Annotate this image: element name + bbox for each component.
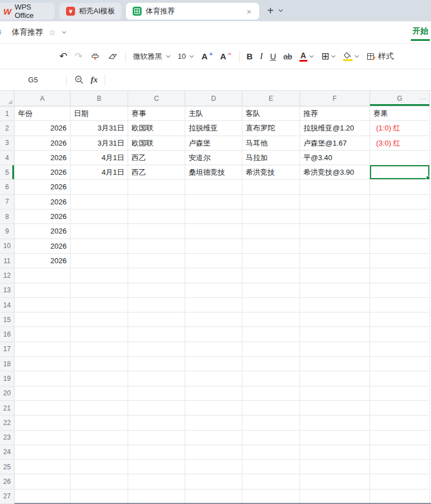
cell-A5[interactable]: 2026	[15, 165, 71, 180]
cell-A7[interactable]: 2026	[15, 195, 71, 209]
cell-A12[interactable]	[15, 268, 71, 283]
cell-E20[interactable]	[242, 386, 300, 401]
cell-A6[interactable]: 2026	[15, 180, 71, 194]
cell-C24[interactable]	[128, 445, 185, 460]
cell-G2[interactable]: (1:0) 红	[370, 121, 430, 136]
column-header-C[interactable]: C	[128, 91, 185, 106]
row-header-15[interactable]: 15	[0, 312, 15, 327]
cell-B18[interactable]	[71, 357, 128, 371]
cell-E26[interactable]	[242, 474, 300, 489]
cell-G6[interactable]	[370, 180, 430, 194]
cell-F3[interactable]: 卢森堡@1.67	[300, 136, 370, 151]
cell-F26[interactable]	[300, 474, 370, 489]
cell-F13[interactable]	[300, 283, 370, 298]
cell-G3[interactable]: (3:0) 红	[370, 136, 430, 151]
cell-E24[interactable]	[242, 445, 300, 460]
menu-tab-start[interactable]: 开始	[411, 26, 430, 41]
cell-B22[interactable]	[71, 416, 128, 430]
cell-D27[interactable]	[185, 489, 242, 504]
cell-A9[interactable]: 2026	[15, 224, 71, 239]
row-header-27[interactable]: 27	[0, 489, 15, 504]
cell-A16[interactable]	[15, 327, 71, 342]
cell-C1[interactable]: 赛事	[128, 106, 185, 121]
cell-C3[interactable]: 欧国联	[128, 136, 185, 151]
cell-B9[interactable]	[71, 224, 128, 239]
bold-button[interactable]: B	[247, 52, 253, 61]
cell-C13[interactable]	[128, 283, 185, 298]
cell-E4[interactable]: 马拉加	[242, 151, 300, 165]
column-header-E[interactable]: E	[242, 91, 300, 106]
insert-function-button[interactable]: fx	[91, 75, 98, 85]
cell-B2[interactable]: 3月31日	[71, 121, 128, 136]
cell-D15[interactable]	[185, 312, 242, 327]
tab-wps-office[interactable]: W WPS Office	[0, 3, 55, 20]
cell-G25[interactable]	[370, 460, 430, 474]
cell-F15[interactable]	[300, 312, 370, 327]
cell-F27[interactable]	[300, 489, 370, 504]
cell-C26[interactable]	[128, 474, 185, 489]
font-color-button[interactable]: A	[299, 51, 314, 62]
cell-A18[interactable]	[15, 357, 71, 371]
formula-input[interactable]	[105, 69, 431, 90]
cell-E17[interactable]	[242, 342, 300, 357]
cell-B10[interactable]	[71, 239, 128, 254]
column-header-F[interactable]: F	[300, 91, 370, 106]
cell-D17[interactable]	[185, 342, 242, 357]
cell-E21[interactable]	[242, 401, 300, 416]
cell-A15[interactable]	[15, 312, 71, 327]
row-header-23[interactable]: 23	[0, 431, 15, 445]
cell-E23[interactable]	[242, 431, 300, 445]
row-header-24[interactable]: 24	[0, 445, 15, 460]
cell-F10[interactable]	[300, 239, 370, 254]
cell-C21[interactable]	[128, 401, 185, 416]
cell-D20[interactable]	[185, 386, 242, 401]
cell-B19[interactable]	[71, 371, 128, 386]
cell-D19[interactable]	[185, 371, 242, 386]
cell-A11[interactable]: 2026	[15, 254, 71, 268]
cell-C17[interactable]	[128, 342, 185, 357]
cell-E22[interactable]	[242, 416, 300, 430]
cell-F18[interactable]	[300, 357, 370, 371]
cell-B21[interactable]	[71, 401, 128, 416]
row-header-6[interactable]: 6	[0, 180, 15, 194]
column-header-A[interactable]: A	[15, 91, 71, 106]
cell-B13[interactable]	[71, 283, 128, 298]
eraser-button[interactable]	[107, 52, 118, 62]
row-header-1[interactable]: 1	[0, 106, 15, 121]
cell-A4[interactable]: 2026	[15, 151, 71, 165]
cell-A20[interactable]	[15, 386, 71, 401]
cell-F22[interactable]	[300, 416, 370, 430]
cell-D7[interactable]	[185, 195, 242, 209]
cell-A22[interactable]	[15, 416, 71, 430]
cell-G14[interactable]	[370, 298, 430, 312]
cell-E10[interactable]	[242, 239, 300, 254]
cell-D12[interactable]	[185, 268, 242, 283]
column-header-G[interactable]: G···	[370, 91, 430, 106]
format-painter-button[interactable]	[90, 52, 100, 62]
cell-G12[interactable]	[370, 268, 430, 283]
cell-D21[interactable]	[185, 401, 242, 416]
column-header-D[interactable]: D	[185, 91, 242, 106]
row-header-7[interactable]: 7	[0, 195, 15, 209]
cell-B12[interactable]	[71, 268, 128, 283]
row-header-10[interactable]: 10	[0, 239, 15, 254]
row-header-14[interactable]: 14	[0, 298, 15, 312]
cell-E19[interactable]	[242, 371, 300, 386]
row-header-17[interactable]: 17	[0, 342, 15, 357]
cell-F8[interactable]	[300, 209, 370, 224]
cell-G10[interactable]	[370, 239, 430, 254]
cell-B1[interactable]: 日期	[71, 106, 128, 121]
cell-A14[interactable]	[15, 298, 71, 312]
row-header-4[interactable]: 4	[0, 151, 15, 165]
cell-F4[interactable]: 平@3.40	[300, 151, 370, 165]
cell-A2[interactable]: 2026	[15, 121, 71, 136]
cell-G17[interactable]	[370, 342, 430, 357]
row-header-16[interactable]: 16	[0, 327, 15, 342]
cell-E27[interactable]	[242, 489, 300, 504]
close-tab-icon[interactable]: ×	[246, 7, 253, 16]
cell-G16[interactable]	[370, 327, 430, 342]
cell-F20[interactable]	[300, 386, 370, 401]
cell-G15[interactable]	[370, 312, 430, 327]
cell-D22[interactable]	[185, 416, 242, 430]
cell-B5[interactable]: 4月1日	[71, 165, 128, 180]
